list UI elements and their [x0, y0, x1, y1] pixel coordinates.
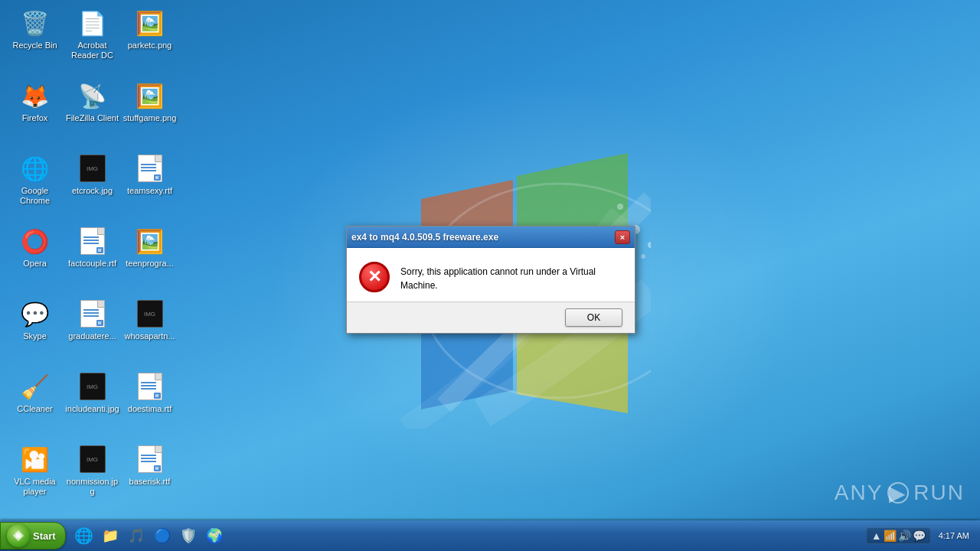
- dialog-titlebar: ex4 to mq4 4.0.509.5 freeware.exe ×: [347, 227, 635, 248]
- system-clock[interactable]: 4:17 AM: [934, 530, 974, 542]
- icon-label-graduatere: graduatere...: [68, 331, 116, 341]
- start-label: Start: [33, 530, 56, 542]
- error-icon: ✕: [359, 262, 390, 292]
- dialog-body: ✕ Sorry, this application cannot run und…: [347, 248, 635, 302]
- desktop-icon-graduatere[interactable]: W graduatere...: [64, 298, 121, 341]
- taskbar: Start 🌐 📁 🎵 🔵 🛡️ 🌍 ▲ 📶 🔊 💬 4:17 AM: [0, 520, 980, 551]
- icon-label-ccleaner: CCleaner: [17, 404, 52, 414]
- icon-label-skype: Skype: [23, 331, 47, 341]
- anyrun-text-run: RUN: [913, 481, 965, 505]
- icon-label-stuffgame: stuffgame.png: [123, 113, 177, 123]
- taskbar-right: ▲ 📶 🔊 💬 4:17 AM: [866, 527, 980, 544]
- icon-label-whosepartn: whosapartn...: [124, 331, 175, 341]
- desktop-icon-chrome[interactable]: 🌐Google Chrome: [6, 153, 64, 206]
- desktop-icon-includeanti[interactable]: IMG includeanti.jpg: [64, 371, 121, 414]
- icon-label-includeanti: includeanti.jpg: [65, 404, 119, 414]
- ie-taskbar-icon[interactable]: 🌐: [72, 523, 96, 548]
- dialog-message: Sorry, this application cannot run under…: [400, 262, 622, 292]
- dialog-footer: OK: [347, 302, 635, 333]
- icon-label-vlc: VLC media player: [8, 477, 63, 497]
- anyrun-text-any: ANY: [835, 481, 884, 505]
- icon-label-nonmission: nonmission.jpg: [65, 477, 120, 497]
- desktop-icon-teenprogra[interactable]: 🖼️teenprogra...: [121, 226, 178, 269]
- chrome-taskbar-icon[interactable]: 🔵: [150, 523, 175, 548]
- desktop-icon-vlc[interactable]: 🎦VLC media player: [6, 444, 64, 497]
- tray-network-icon[interactable]: 📶: [884, 530, 897, 542]
- desktop-icon-skype[interactable]: 💬Skype: [6, 298, 64, 341]
- desktop-icon-acrobat[interactable]: 📄Acrobat Reader DC: [64, 8, 121, 60]
- desktop-icon-teamsexy[interactable]: W teamsexy.rtf: [121, 153, 178, 196]
- system-tray: ▲ 📶 🔊 💬: [866, 527, 931, 544]
- start-orb: [7, 524, 30, 547]
- tray-msg-icon[interactable]: 💬: [913, 530, 926, 542]
- tray-arrow-icon[interactable]: ▲: [871, 530, 882, 542]
- desktop-icon-firefox[interactable]: 🦊Firefox: [6, 80, 64, 123]
- icon-label-recycle-bin: Recycle Bin: [12, 41, 57, 51]
- security-taskbar-icon[interactable]: 🛡️: [176, 523, 201, 548]
- ok-button[interactable]: OK: [565, 308, 622, 327]
- icon-label-chrome: Google Chrome: [8, 186, 63, 206]
- icon-label-filezilla: FileZilla Client: [66, 113, 119, 123]
- icon-label-parketc: parketc.png: [128, 41, 172, 51]
- icon-label-teenprogra: teenprogra...: [126, 259, 173, 269]
- desktop-icon-doestima[interactable]: W doestima.rtf: [121, 371, 178, 414]
- icon-label-doestima: doestima.rtf: [128, 404, 172, 414]
- desktop-icon-recycle-bin[interactable]: 🗑️Recycle Bin: [6, 8, 64, 51]
- explorer-taskbar-icon[interactable]: 📁: [98, 523, 122, 548]
- dialog-close-button[interactable]: ×: [615, 230, 630, 244]
- dialog-title: ex4 to mq4 4.0.509.5 freeware.exe: [351, 232, 615, 243]
- desktop-icon-parketc[interactable]: 🖼️parketc.png: [121, 8, 178, 51]
- error-dialog: ex4 to mq4 4.0.509.5 freeware.exe × ✕ So…: [346, 226, 635, 334]
- desktop-icon-baserisk[interactable]: W baserisk.rtf: [121, 444, 178, 487]
- icon-label-etcrock: etcrock.jpg: [72, 186, 113, 196]
- icon-label-factcouple: factcouple.rtf: [68, 259, 116, 269]
- desktop-icon-opera[interactable]: ⭕Opera: [6, 226, 64, 269]
- icon-label-opera: Opera: [23, 259, 47, 269]
- desktop-icon-whosepartn[interactable]: IMG whosapartn...: [121, 298, 178, 341]
- anyrun-play-icon: ▶: [887, 482, 909, 504]
- desktop-icon-stuffgame[interactable]: 🖼️stuffgame.png: [121, 80, 178, 123]
- taskbar-quick-launch: 🌐 📁 🎵 🔵 🛡️ 🌍: [72, 523, 227, 548]
- icon-label-firefox: Firefox: [22, 113, 48, 123]
- error-circle-icon: ✕: [359, 262, 390, 292]
- anyrun-watermark: ANY ▶ RUN: [835, 481, 965, 505]
- desktop-icon-factcouple[interactable]: W factcouple.rtf: [64, 226, 121, 269]
- icon-label-baserisk: baserisk.rtf: [129, 477, 171, 487]
- icon-label-teamsexy: teamsexy.rtf: [127, 186, 172, 196]
- desktop-icon-filezilla[interactable]: 📡FileZilla Client: [64, 80, 121, 123]
- desktop-icon-etcrock[interactable]: IMG etcrock.jpg: [64, 153, 121, 196]
- icon-label-acrobat: Acrobat Reader DC: [65, 41, 120, 60]
- svg-point-5: [15, 533, 21, 538]
- desktop-icon-ccleaner[interactable]: 🧹CCleaner: [6, 371, 64, 414]
- desktop-icon-nonmission[interactable]: IMG nonmission.jpg: [64, 444, 121, 497]
- media-taskbar-icon[interactable]: 🎵: [124, 523, 149, 548]
- tray-volume-icon[interactable]: 🔊: [898, 530, 911, 542]
- start-button[interactable]: Start: [0, 522, 66, 549]
- network-taskbar-icon[interactable]: 🌍: [202, 523, 227, 548]
